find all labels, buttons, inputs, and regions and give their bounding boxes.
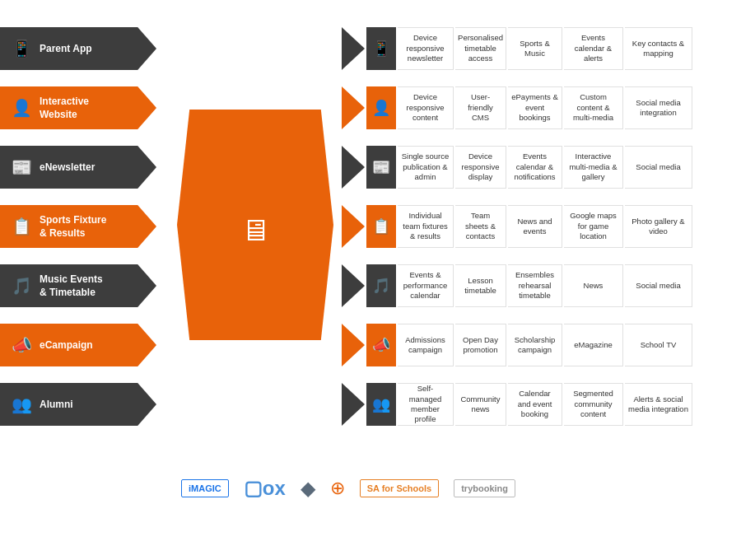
left-item-sports-fixture: 📋Sports Fixture& Results — [0, 197, 169, 256]
left-label-ecampaign: eCampaign — [40, 338, 93, 352]
right-cell-0-2: Sports & Music — [508, 27, 562, 70]
logo-imagic: iMAGIC — [181, 479, 229, 497]
right-cell-5-0: Admissions campaign — [398, 324, 454, 366]
right-arrow-3 — [342, 205, 365, 248]
cms-diamond: 🖥 — [177, 110, 333, 340]
left-item-enewsletter: 📰eNewsletter — [0, 138, 169, 197]
logo-box: ▢ox — [244, 477, 286, 500]
right-cell-2-4: Social media — [625, 146, 692, 189]
left-icon-alumni: 👥 — [10, 394, 33, 414]
left-item-interactive-website: 👤InteractiveWebsite — [0, 78, 169, 138]
right-cell-2-1: Device responsive display — [455, 146, 506, 189]
left-icon-sports-fixture: 📋 — [10, 217, 33, 236]
left-pill-alumni: 👥Alumni — [0, 383, 156, 426]
right-cell-1-2: ePayments & event bookings — [508, 86, 562, 129]
right-icon-interactive-website-row: 👤 — [366, 86, 396, 129]
right-cell-6-3: Segmented community content — [564, 383, 623, 426]
left-pill-interactive-website: 👤InteractiveWebsite — [0, 86, 156, 129]
right-icon-parent-app-row: 📱 — [366, 27, 396, 70]
logo-sa: SA for Schools — [360, 479, 439, 497]
left-pill-ecampaign: 📣eCampaign — [0, 324, 156, 366]
right-cell-1-4: Social media integration — [625, 86, 692, 129]
diagram-wrapper: 📱Parent App👤InteractiveWebsite📰eNewslett… — [0, 15, 741, 435]
right-arrow-4 — [342, 264, 365, 307]
right-cell-0-1: Personalised timetable access — [455, 27, 506, 70]
bottom-logos: iMAGIC ▢ox ◆ ⊕ SA for Schools trybooking — [0, 435, 741, 542]
left-pill-parent-app: 📱Parent App — [0, 27, 156, 70]
left-pill-music-events: 🎵Music Events& Timetable — [0, 264, 156, 307]
right-row-interactive-website-row: 👤Device responsive contentUser-friendly … — [342, 78, 741, 138]
right-cell-5-1: Open Day promotion — [455, 324, 506, 366]
left-item-ecampaign: 📣eCampaign — [0, 315, 169, 375]
right-cell-1-1: User-friendly CMS — [455, 86, 506, 129]
right-cell-0-3: Events calendar & alerts — [564, 27, 623, 70]
right-cell-0-0: Device responsive newsletter — [398, 27, 454, 70]
left-column: 📱Parent App👤InteractiveWebsite📰eNewslett… — [0, 15, 169, 435]
right-arrow-6 — [342, 383, 365, 426]
main-container: 📱Parent App👤InteractiveWebsite📰eNewslett… — [0, 0, 741, 560]
logo-diamond: ◆ — [301, 477, 315, 500]
right-cell-1-0: Device responsive content — [398, 86, 454, 129]
right-cell-3-2: News and events — [508, 205, 562, 248]
right-cell-5-4: School TV — [625, 324, 692, 366]
right-arrow-2 — [342, 146, 365, 189]
left-icon-parent-app: 📱 — [10, 39, 33, 58]
left-icon-interactive-website: 👤 — [10, 98, 33, 118]
left-item-parent-app: 📱Parent App — [0, 19, 169, 78]
right-cell-0-4: Key contacts & mapping — [625, 27, 692, 70]
right-icon-alumni-row: 👥 — [366, 383, 396, 426]
right-cell-4-3: News — [564, 264, 623, 307]
right-icon-sports-fixture-row: 📋 — [366, 205, 396, 248]
right-cell-2-0: Single source publication & admin — [398, 146, 454, 189]
left-label-music-events: Music Events& Timetable — [40, 273, 103, 299]
left-icon-music-events: 🎵 — [10, 276, 33, 296]
right-cell-4-2: Ensembles rehearsal timetable — [508, 264, 562, 307]
right-arrow-1 — [342, 86, 365, 129]
cms-devices-icon: 🖥 — [240, 213, 270, 248]
right-cell-6-4: Alerts & social media integration — [625, 383, 692, 426]
right-row-alumni-row: 👥Self-managed member profileCommunity ne… — [342, 375, 741, 434]
left-item-alumni: 👥Alumni — [0, 375, 169, 434]
right-cell-6-2: Calendar and event booking — [508, 383, 562, 426]
left-icon-enewsletter: 📰 — [10, 157, 33, 177]
top-strip — [0, 0, 741, 15]
right-arrow-5 — [342, 324, 365, 366]
right-cell-6-1: Community news — [455, 383, 506, 426]
right-cell-3-4: Photo gallery & video — [625, 205, 692, 248]
right-cell-5-3: eMagazine — [564, 324, 623, 366]
right-cell-4-0: Events & performance calendar — [398, 264, 454, 307]
left-label-sports-fixture: Sports Fixture& Results — [40, 213, 106, 240]
right-row-sports-fixture-row: 📋Individual team fixtures & resultsTeam … — [342, 197, 741, 256]
center-column: 🖥 — [169, 15, 342, 435]
left-item-music-events: 🎵Music Events& Timetable — [0, 256, 169, 315]
logo-trybooking: trybooking — [454, 479, 515, 497]
right-cell-2-2: Events calendar & notifications — [508, 146, 562, 189]
right-cell-3-3: Google maps for game location — [564, 205, 623, 248]
right-icon-music-events-row: 🎵 — [366, 264, 396, 307]
left-pill-sports-fixture: 📋Sports Fixture& Results — [0, 205, 156, 248]
left-icon-ecampaign: 📣 — [10, 335, 33, 355]
right-cell-3-1: Team sheets & contacts — [455, 205, 506, 248]
left-label-alumni: Alumni — [40, 398, 73, 411]
left-label-parent-app: Parent App — [40, 42, 92, 55]
right-row-music-events-row: 🎵Events & performance calendarLesson tim… — [342, 256, 741, 315]
right-row-enewsletter-row: 📰Single source publication & adminDevice… — [342, 138, 741, 197]
right-arrow-0 — [342, 27, 365, 70]
right-cell-6-0: Self-managed member profile — [398, 383, 454, 426]
left-label-enewsletter: eNewsletter — [40, 161, 95, 174]
right-icon-enewsletter-row: 📰 — [366, 146, 396, 189]
right-cell-2-3: Interactive multi-media & gallery — [564, 146, 623, 189]
right-cell-3-0: Individual team fixtures & results — [398, 205, 454, 248]
right-cell-4-4: Social media — [625, 264, 692, 307]
right-icon-ecampaign-row: 📣 — [366, 324, 396, 366]
right-cell-1-3: Custom content & multi-media — [564, 86, 623, 129]
left-pill-enewsletter: 📰eNewsletter — [0, 146, 156, 189]
right-cell-4-1: Lesson timetable — [455, 264, 506, 307]
left-label-interactive-website: InteractiveWebsite — [40, 95, 89, 121]
right-cell-5-2: Scholarship campaign — [508, 324, 562, 366]
right-row-parent-app-row: 📱Device responsive newsletterPersonalise… — [342, 19, 741, 78]
right-column: 📱Device responsive newsletterPersonalise… — [342, 15, 741, 435]
right-row-ecampaign-row: 📣Admissions campaignOpen Day promotionSc… — [342, 315, 741, 375]
logo-circle: ⊕ — [330, 478, 345, 499]
